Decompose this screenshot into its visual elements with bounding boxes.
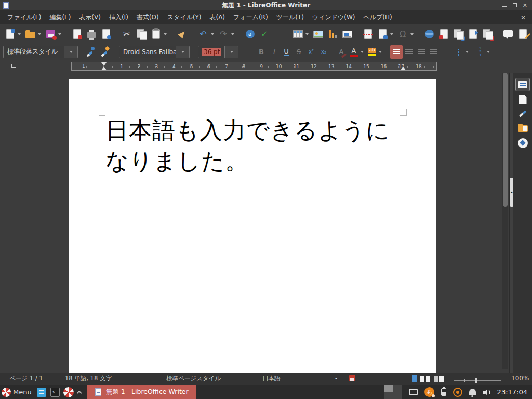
save-dropdown[interactable]: [58, 33, 61, 35]
align-justify-button[interactable]: [428, 45, 440, 59]
new-document-dropdown[interactable]: [18, 33, 21, 35]
numbered-list-dropdown[interactable]: [487, 51, 490, 53]
undo-dropdown[interactable]: [211, 33, 214, 35]
export-pdf-button[interactable]: [70, 27, 84, 42]
align-left-button[interactable]: [390, 45, 403, 59]
highlight-color-button[interactable]: ab: [366, 45, 378, 59]
sidebar-tab-page[interactable]: [515, 92, 530, 106]
vertical-scrollbar-thumb[interactable]: [503, 73, 508, 207]
auto-spellcheck-button[interactable]: ✓: [258, 27, 271, 42]
insert-bookmark-button[interactable]: [466, 27, 480, 42]
workspace-2[interactable]: [393, 385, 402, 392]
insert-field-button[interactable]: [376, 27, 389, 42]
insert-field-dropdown[interactable]: [390, 33, 393, 35]
status-page-style[interactable]: 標準ページスタイル: [166, 375, 221, 382]
font-size-input[interactable]: 36 pt: [198, 46, 225, 58]
maximize-button[interactable]: [513, 3, 517, 7]
bullet-list-button[interactable]: [453, 45, 465, 59]
menu-file[interactable]: ファイル(F): [3, 10, 45, 24]
vertical-scrollbar[interactable]: [502, 73, 508, 369]
workspace-1[interactable]: [384, 385, 393, 392]
paragraph-style-input[interactable]: 標準段落スタイル: [3, 46, 64, 58]
undo-button[interactable]: ↶: [196, 27, 210, 42]
redo-button[interactable]: ↷: [217, 27, 230, 42]
new-style-button[interactable]: [98, 45, 111, 59]
insert-endnote-button[interactable]: [451, 27, 465, 42]
open-button[interactable]: [23, 27, 37, 42]
single-page-view-icon[interactable]: [412, 375, 417, 382]
update-style-button[interactable]: [83, 45, 97, 59]
insert-hyperlink-button[interactable]: [422, 27, 436, 42]
print-preview-button[interactable]: [99, 27, 113, 42]
start-menu-button[interactable]: Menu: [0, 385, 35, 399]
multi-page-view-icon[interactable]: [420, 376, 430, 382]
volume-speaker-icon[interactable]: [483, 389, 490, 395]
terminal-launcher[interactable]: >_: [49, 387, 61, 398]
battery-tray-icon[interactable]: [441, 388, 446, 396]
align-right-button[interactable]: [415, 45, 428, 59]
task-button-writer[interactable]: 無題 1 - LibreOffice Writer: [87, 385, 196, 399]
highlight-color-dropdown[interactable]: [379, 51, 382, 53]
insert-textbox-button[interactable]: [340, 27, 354, 42]
menu-table[interactable]: 表(A): [205, 10, 229, 24]
clear-formatting-button[interactable]: A: [335, 45, 348, 59]
app-launcher[interactable]: [63, 387, 74, 398]
status-language[interactable]: 日本語: [262, 375, 281, 382]
cut-button[interactable]: ✂: [120, 27, 134, 42]
workspace-3[interactable]: [384, 392, 393, 399]
font-color-button[interactable]: A: [348, 45, 360, 59]
menu-insert[interactable]: 挿入(I): [105, 10, 132, 24]
insert-footnote-button[interactable]: [437, 27, 450, 42]
bullet-list-dropdown[interactable]: [466, 51, 469, 53]
book-view-icon[interactable]: [434, 376, 444, 382]
font-name-dropdown[interactable]: [176, 46, 190, 58]
track-changes-button[interactable]: [516, 27, 529, 42]
save-button[interactable]: [44, 27, 57, 42]
font-size-dropdown[interactable]: [225, 46, 238, 58]
menu-form[interactable]: フォーム(R): [229, 10, 272, 24]
insert-table-dropdown[interactable]: [305, 33, 309, 35]
insert-special-char-dropdown[interactable]: [410, 33, 414, 35]
sidebar-tab-navigator[interactable]: [515, 136, 530, 150]
status-page-number[interactable]: ページ 1 / 1: [9, 375, 43, 382]
close-document-button[interactable]: ✕: [521, 14, 532, 21]
sidebar-tab-styles[interactable]: [515, 107, 530, 121]
subscript-button[interactable]: x₂: [317, 45, 330, 59]
status-unsaved-changes-icon[interactable]: [349, 375, 355, 381]
align-center-button[interactable]: [403, 45, 415, 59]
insert-page-break-button[interactable]: [361, 27, 375, 42]
paste-button[interactable]: [149, 27, 163, 42]
insert-special-char-button[interactable]: Ω: [396, 27, 409, 42]
close-window-button[interactable]: ✕: [523, 3, 527, 8]
italic-button[interactable]: I: [268, 45, 280, 59]
menu-tools[interactable]: ツール(T): [272, 10, 308, 24]
menu-format[interactable]: 書式(O): [132, 10, 163, 24]
insert-table-button[interactable]: [291, 27, 304, 42]
numbered-list-button[interactable]: 1 2 3: [474, 45, 486, 59]
nightlight-tray-icon[interactable]: [453, 388, 462, 397]
taskbar-clock[interactable]: 23:17:04: [497, 388, 527, 396]
notifications-bell-icon[interactable]: [469, 389, 476, 395]
insert-comment-button[interactable]: [501, 27, 515, 42]
menu-help[interactable]: ヘルプ(H): [360, 10, 396, 24]
menu-view[interactable]: 表示(V): [75, 10, 105, 24]
sidebar-tab-properties[interactable]: [515, 78, 530, 91]
horizontal-ruler[interactable]: 1 123456789101112131415161718: [71, 62, 437, 71]
new-document-button[interactable]: [3, 27, 17, 42]
copy-button[interactable]: [135, 27, 148, 42]
clone-formatting-button[interactable]: [176, 27, 189, 42]
insert-cross-reference-button[interactable]: [481, 27, 494, 42]
font-color-dropdown[interactable]: [361, 51, 364, 53]
underline-button[interactable]: U: [280, 45, 292, 59]
document-page[interactable]: 日本語も入力できるように なりました。: [69, 79, 436, 373]
left-indent-marker[interactable]: [101, 66, 107, 70]
spelling-button[interactable]: a: [243, 27, 257, 42]
file-manager-launcher[interactable]: [36, 387, 47, 398]
workspace-switcher[interactable]: [384, 385, 402, 399]
input-method-tray-icon[interactable]: あ: [424, 387, 434, 397]
paste-dropdown[interactable]: [164, 33, 167, 35]
expand-launchers-chevron-icon[interactable]: [76, 391, 82, 396]
open-dropdown[interactable]: [38, 33, 41, 35]
tab-stop-type-selector[interactable]: [11, 64, 16, 68]
display-tray-icon[interactable]: [409, 389, 418, 395]
